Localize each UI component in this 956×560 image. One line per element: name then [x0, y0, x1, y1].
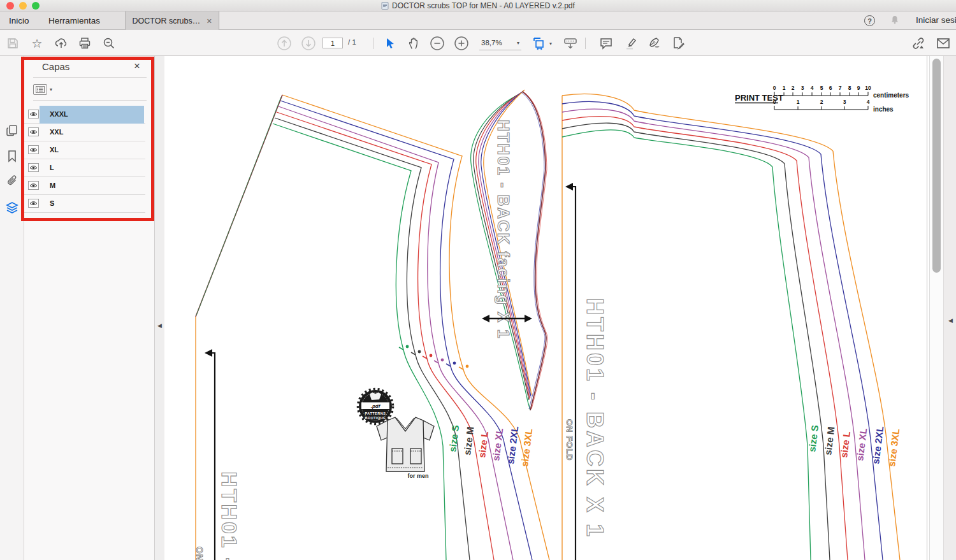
printer-icon	[78, 36, 92, 50]
save-icon	[6, 37, 19, 50]
hand-icon	[407, 36, 421, 50]
print-test-label: PRINT TEST	[735, 93, 783, 103]
zoom-in-button[interactable]	[454, 36, 469, 51]
paperclip-icon	[5, 174, 19, 188]
document-tab-label: DOCTOR scrubs…	[133, 17, 201, 25]
collapse-right-panel-icon[interactable]: ◀	[948, 317, 953, 324]
page-thumbnails-button[interactable]	[4, 123, 20, 138]
svg-text:4: 4	[867, 99, 870, 105]
tab-document[interactable]: DOCTOR scrubs… ×	[125, 11, 219, 30]
front-piece-label: HTH01 - F	[217, 471, 242, 560]
fill-sign-button[interactable]	[647, 36, 662, 51]
vertical-scrollbar[interactable]	[929, 56, 943, 560]
toolbar: ☆ 1 / 1 38,7%	[0, 30, 956, 56]
print-test-block: PRINT TEST 012345678910 centimeters 0123…	[735, 85, 909, 113]
notifications-button[interactable]	[890, 15, 900, 27]
pdf-file-icon	[381, 2, 389, 10]
layers-icon	[5, 201, 19, 215]
svg-text:2: 2	[820, 99, 823, 105]
sign-in-link[interactable]: Iniciar sesión	[916, 15, 956, 25]
layers-button[interactable]	[4, 200, 20, 215]
logo-patterns-text: PATTERNS	[365, 412, 386, 415]
link-icon	[911, 36, 926, 51]
zoom-level-select[interactable]: 38,7% ▾	[479, 36, 521, 50]
scrolling-mode-button[interactable]	[563, 36, 578, 51]
svg-text:size 2XL: size 2XL	[870, 426, 885, 465]
annotation-highlight-rectangle	[21, 57, 154, 221]
toolbar-divider	[373, 38, 373, 49]
svg-text:0: 0	[773, 85, 776, 91]
bell-icon	[890, 15, 900, 25]
svg-text:3: 3	[843, 99, 846, 105]
svg-text:3: 3	[801, 85, 804, 91]
comment-tool-button[interactable]	[598, 36, 614, 51]
scrollbar-thumb[interactable]	[932, 59, 941, 273]
chevron-down-icon: ▾	[517, 40, 519, 46]
help-button[interactable]: ?	[864, 15, 875, 26]
logo-boutique-text: BOUTIQUE	[365, 416, 386, 420]
print-button[interactable]	[77, 36, 92, 51]
window-title-wrap: DOCTOR scrubs TOP for MEN - A0 LAYERED v…	[0, 1, 956, 10]
page-number-input[interactable]: 1	[322, 38, 343, 48]
next-page-button[interactable]	[301, 36, 316, 51]
zoom-level-value: 38,7%	[481, 39, 502, 47]
for-men-label: for men	[407, 473, 428, 479]
svg-text:size M: size M	[461, 426, 475, 456]
svg-text:1: 1	[797, 99, 800, 105]
svg-text:6: 6	[829, 85, 832, 91]
arrow-up-circle-icon	[277, 36, 292, 51]
arrow-down-circle-icon	[301, 36, 316, 51]
tabbar: Inicio Herramientas DOCTOR scrubs… × ? I…	[0, 11, 956, 30]
share-cloud-button[interactable]	[54, 36, 69, 51]
highlighter-icon	[624, 36, 638, 50]
bookmarks-button[interactable]	[4, 148, 20, 164]
svg-text:size S: size S	[447, 424, 461, 452]
edit-sign-doc-button[interactable]	[670, 36, 686, 51]
scrub-top-illustration: for men	[377, 417, 434, 479]
svg-text:7: 7	[839, 85, 842, 91]
close-tab-icon[interactable]: ×	[206, 17, 212, 25]
window-title: DOCTOR scrubs TOP for MEN - A0 LAYERED v…	[392, 1, 575, 10]
collapse-panel-icon[interactable]: ◀	[157, 322, 162, 329]
share-link-button[interactable]	[911, 36, 926, 51]
fit-width-chevron-icon[interactable]: ▾	[549, 41, 552, 47]
highlight-tool-button[interactable]	[623, 36, 639, 51]
zoom-out-button[interactable]	[430, 36, 445, 51]
svg-text:5: 5	[820, 85, 823, 91]
favorite-button[interactable]: ☆	[29, 36, 45, 51]
plus-circle-icon	[454, 36, 469, 51]
pages-icon	[5, 124, 19, 138]
document-edit-icon	[670, 36, 686, 51]
titlebar: DOCTOR scrubs TOP for MEN - A0 LAYERED v…	[0, 0, 956, 11]
marquee-zoom-button[interactable]	[101, 36, 117, 51]
star-icon: ☆	[31, 38, 42, 50]
fountain-pen-icon	[647, 36, 662, 51]
right-panel-strip: ◀	[943, 56, 956, 560]
svg-text:size L: size L	[476, 431, 490, 458]
svg-text:2: 2	[792, 85, 795, 91]
cursor-icon	[383, 37, 396, 50]
back-on-fold-label: ON FOLD	[565, 419, 574, 461]
save-button[interactable]	[5, 36, 20, 51]
select-tool-button[interactable]	[382, 36, 397, 51]
scrolling-mode-icon	[563, 36, 578, 51]
fit-width-button[interactable]	[532, 36, 547, 51]
hand-tool-button[interactable]	[406, 36, 421, 51]
acrobat-window: DOCTOR scrubs TOP for MEN - A0 LAYERED v…	[0, 0, 956, 560]
pdf-page[interactable]: HTH01 - F ON FOLD HTH01 - BACK facing X …	[164, 56, 927, 560]
svg-text:size 3XL: size 3XL	[886, 428, 901, 468]
page-total-label: / 1	[348, 38, 356, 46]
magnifier-minus-icon	[102, 36, 116, 50]
fit-width-icon	[532, 36, 547, 51]
svg-text:size L: size L	[838, 431, 852, 458]
tab-herramientas[interactable]: Herramientas	[48, 11, 100, 30]
svg-text:size M: size M	[822, 426, 836, 456]
email-button[interactable]	[936, 36, 951, 51]
tab-inicio[interactable]: Inicio	[9, 11, 29, 30]
panel-collapse-strip: ◀	[155, 56, 164, 560]
attachments-button[interactable]	[4, 173, 20, 189]
previous-page-button[interactable]	[277, 36, 292, 51]
svg-text:1: 1	[783, 85, 786, 91]
svg-text:size 2XL: size 2XL	[505, 426, 520, 465]
minus-circle-icon	[430, 36, 445, 51]
